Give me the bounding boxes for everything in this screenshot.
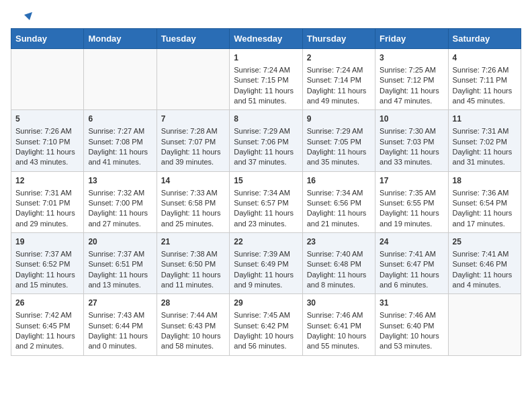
cell-content: and 53 minutes. (380, 341, 443, 351)
col-header-tuesday: Tuesday (157, 29, 229, 49)
day-number: 17 (380, 175, 443, 187)
calendar-cell: 19Sunrise: 7:37 AMSunset: 6:52 PMDayligh… (11, 233, 84, 294)
cell-content: Sunset: 6:58 PM (161, 198, 225, 208)
day-number: 28 (161, 298, 225, 309)
cell-content: Sunset: 6:49 PM (234, 259, 298, 269)
day-number: 29 (234, 298, 298, 309)
cell-content: Daylight: 11 hours (161, 270, 225, 280)
cell-content: Sunrise: 7:24 AM (234, 65, 298, 75)
cell-content: Sunset: 6:50 PM (161, 259, 225, 269)
calendar-body: 1Sunrise: 7:24 AMSunset: 7:15 PMDaylight… (11, 49, 521, 356)
cell-content: Sunset: 6:57 PM (234, 198, 298, 208)
cell-content: Daylight: 10 hours (307, 331, 371, 341)
day-number: 13 (88, 175, 152, 187)
cell-content: Sunrise: 7:33 AM (161, 188, 225, 198)
cell-content: Sunset: 6:47 PM (380, 259, 443, 269)
day-number: 26 (15, 298, 79, 309)
cell-content: Daylight: 11 hours (453, 147, 517, 157)
col-header-monday: Monday (84, 29, 157, 49)
calendar-week-5: 26Sunrise: 7:42 AMSunset: 6:45 PMDayligh… (11, 294, 521, 355)
cell-content: Sunset: 6:56 PM (307, 198, 371, 208)
cell-content: and 31 minutes. (453, 157, 517, 167)
cell-content: and 27 minutes. (88, 219, 152, 229)
cell-content: Daylight: 11 hours (307, 147, 371, 157)
cell-content: Sunrise: 7:38 AM (161, 249, 225, 259)
col-header-sunday: Sunday (11, 29, 84, 49)
cell-content: Sunrise: 7:41 AM (380, 249, 443, 259)
cell-content: Sunrise: 7:34 AM (307, 188, 371, 198)
calendar-header: SundayMondayTuesdayWednesdayThursdayFrid… (11, 29, 521, 49)
calendar-cell: 5Sunrise: 7:26 AMSunset: 7:10 PMDaylight… (11, 110, 84, 171)
day-number: 11 (453, 113, 517, 125)
cell-content: Sunrise: 7:37 AM (88, 249, 152, 259)
cell-content: and 43 minutes. (15, 157, 79, 167)
day-number: 4 (453, 52, 517, 64)
cell-content: Sunrise: 7:25 AM (380, 65, 443, 75)
cell-content: and 9 minutes. (234, 280, 298, 290)
calendar-cell: 29Sunrise: 7:45 AMSunset: 6:42 PMDayligh… (230, 294, 302, 355)
cell-content: and 6 minutes. (380, 280, 443, 290)
cell-content: Sunset: 6:46 PM (453, 259, 517, 269)
logo (16, 12, 32, 23)
cell-content: and 4 minutes. (453, 280, 517, 290)
calendar-week-4: 19Sunrise: 7:37 AMSunset: 6:52 PMDayligh… (11, 233, 521, 294)
cell-content: Daylight: 11 hours (234, 86, 298, 96)
cell-content: Sunrise: 7:34 AM (234, 188, 298, 198)
day-number: 25 (453, 236, 517, 248)
cell-content: and 55 minutes. (307, 341, 371, 351)
calendar-cell: 27Sunrise: 7:43 AMSunset: 6:44 PMDayligh… (84, 294, 157, 355)
day-number: 5 (15, 113, 79, 125)
cell-content: Daylight: 11 hours (15, 147, 79, 157)
cell-content: Sunrise: 7:29 AM (234, 126, 298, 136)
cell-content: and 58 minutes. (161, 341, 225, 351)
cell-content: Sunset: 6:54 PM (453, 198, 517, 208)
cell-content: Sunrise: 7:31 AM (15, 188, 79, 198)
cell-content: and 15 minutes. (15, 280, 79, 290)
cell-content: Sunset: 6:51 PM (88, 259, 152, 269)
cell-content: Daylight: 11 hours (161, 208, 225, 218)
cell-content: Sunset: 6:44 PM (88, 321, 152, 331)
cell-content: and 51 minutes. (234, 96, 298, 106)
logo-icon (17, 11, 32, 26)
cell-content: Sunrise: 7:41 AM (453, 249, 517, 259)
cell-content: Daylight: 11 hours (453, 208, 517, 218)
cell-content: Sunset: 6:52 PM (15, 259, 79, 269)
day-number: 8 (234, 113, 298, 125)
cell-content: and 8 minutes. (307, 280, 371, 290)
cell-content: Sunrise: 7:43 AM (88, 310, 152, 320)
cell-content: Sunset: 6:42 PM (234, 321, 298, 331)
calendar-cell: 9Sunrise: 7:29 AMSunset: 7:05 PMDaylight… (302, 110, 375, 171)
cell-content: and 2 minutes. (15, 341, 79, 351)
calendar-cell: 31Sunrise: 7:46 AMSunset: 6:40 PMDayligh… (375, 294, 448, 355)
day-number: 6 (88, 113, 152, 125)
cell-content: and 35 minutes. (307, 157, 371, 167)
cell-content: Daylight: 11 hours (453, 270, 517, 280)
calendar-week-1: 1Sunrise: 7:24 AMSunset: 7:15 PMDaylight… (11, 49, 521, 110)
cell-content: and 21 minutes. (307, 219, 371, 229)
cell-content: and 23 minutes. (234, 219, 298, 229)
day-number: 10 (380, 113, 443, 125)
calendar-cell: 26Sunrise: 7:42 AMSunset: 6:45 PMDayligh… (11, 294, 84, 355)
cell-content: Daylight: 11 hours (161, 147, 225, 157)
cell-content: Sunset: 6:55 PM (380, 198, 443, 208)
calendar-cell: 17Sunrise: 7:35 AMSunset: 6:55 PMDayligh… (375, 171, 448, 232)
cell-content: and 56 minutes. (234, 341, 298, 351)
calendar-cell (84, 49, 157, 110)
cell-content: Sunrise: 7:40 AM (307, 249, 371, 259)
cell-content: Sunset: 7:00 PM (88, 198, 152, 208)
cell-content: Sunset: 7:12 PM (380, 75, 443, 85)
calendar-cell: 2Sunrise: 7:24 AMSunset: 7:14 PMDaylight… (302, 49, 375, 110)
cell-content: Sunrise: 7:29 AM (307, 126, 371, 136)
cell-content: Daylight: 11 hours (15, 331, 79, 341)
calendar-cell: 8Sunrise: 7:29 AMSunset: 7:06 PMDaylight… (230, 110, 302, 171)
calendar-cell: 24Sunrise: 7:41 AMSunset: 6:47 PMDayligh… (375, 233, 448, 294)
day-number: 15 (234, 175, 298, 187)
cell-content: Sunset: 6:48 PM (307, 259, 371, 269)
cell-content: Sunrise: 7:46 AM (380, 310, 443, 320)
cell-content: Daylight: 11 hours (88, 208, 152, 218)
cell-content: Daylight: 11 hours (88, 331, 152, 341)
col-header-thursday: Thursday (302, 29, 375, 49)
cell-content: Sunrise: 7:44 AM (161, 310, 225, 320)
calendar-cell: 20Sunrise: 7:37 AMSunset: 6:51 PMDayligh… (84, 233, 157, 294)
cell-content: and 47 minutes. (380, 96, 443, 106)
